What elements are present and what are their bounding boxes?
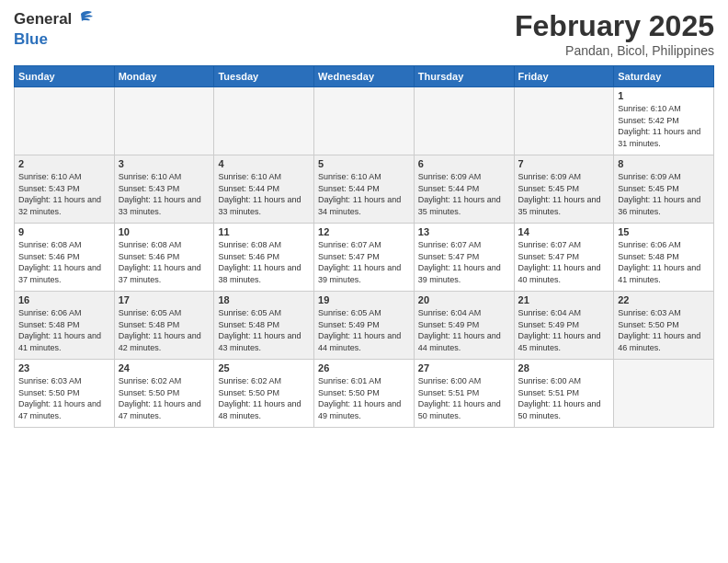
day-info: Sunrise: 6:08 AM Sunset: 5:46 PM Dayligh… (18, 239, 110, 285)
day-number: 6 (418, 158, 510, 169)
header-monday: Monday (114, 66, 214, 87)
day-number: 9 (18, 226, 110, 237)
calendar-cell: 7Sunrise: 6:09 AM Sunset: 5:45 PM Daylig… (514, 155, 614, 224)
day-info: Sunrise: 6:04 AM Sunset: 5:49 PM Dayligh… (418, 307, 510, 353)
calendar-cell: 13Sunrise: 6:07 AM Sunset: 5:47 PM Dayli… (414, 224, 514, 292)
day-info: Sunrise: 6:04 AM Sunset: 5:49 PM Dayligh… (518, 307, 610, 353)
calendar-cell (15, 87, 115, 155)
calendar-cell (214, 87, 314, 155)
calendar-week-5: 23Sunrise: 6:03 AM Sunset: 5:50 PM Dayli… (15, 360, 714, 428)
day-number: 21 (518, 294, 610, 305)
day-info: Sunrise: 6:06 AM Sunset: 5:48 PM Dayligh… (18, 307, 110, 353)
calendar-cell (114, 87, 214, 155)
header-friday: Friday (514, 66, 614, 87)
day-info: Sunrise: 6:00 AM Sunset: 5:51 PM Dayligh… (418, 375, 510, 421)
calendar-table: Sunday Monday Tuesday Wednesday Thursday… (14, 65, 714, 428)
day-info: Sunrise: 6:03 AM Sunset: 5:50 PM Dayligh… (18, 375, 110, 421)
day-info: Sunrise: 6:05 AM Sunset: 5:49 PM Dayligh… (318, 307, 410, 353)
day-number: 27 (418, 362, 510, 373)
logo-bird-icon (74, 9, 94, 28)
header: General Blue February 2025 Pandan, Bicol… (14, 9, 714, 58)
calendar-cell: 8Sunrise: 6:09 AM Sunset: 5:45 PM Daylig… (614, 155, 714, 224)
calendar-cell: 23Sunrise: 6:03 AM Sunset: 5:50 PM Dayli… (15, 360, 115, 428)
day-number: 10 (119, 226, 210, 237)
calendar-cell: 18Sunrise: 6:05 AM Sunset: 5:48 PM Dayli… (214, 292, 314, 360)
day-info: Sunrise: 6:10 AM Sunset: 5:44 PM Dayligh… (318, 171, 410, 217)
calendar-cell: 26Sunrise: 6:01 AM Sunset: 5:50 PM Dayli… (314, 360, 415, 428)
day-info: Sunrise: 6:09 AM Sunset: 5:45 PM Dayligh… (618, 171, 710, 217)
calendar-week-2: 2Sunrise: 6:10 AM Sunset: 5:43 PM Daylig… (15, 155, 714, 224)
day-number: 13 (418, 226, 510, 237)
calendar-cell: 20Sunrise: 6:04 AM Sunset: 5:49 PM Dayli… (414, 292, 514, 360)
calendar-cell: 16Sunrise: 6:06 AM Sunset: 5:48 PM Dayli… (15, 292, 115, 360)
day-number: 22 (618, 294, 710, 305)
day-info: Sunrise: 6:09 AM Sunset: 5:45 PM Dayligh… (518, 171, 610, 217)
day-info: Sunrise: 6:10 AM Sunset: 5:43 PM Dayligh… (18, 171, 110, 217)
day-number: 1 (618, 90, 710, 101)
day-number: 8 (618, 158, 710, 169)
logo-general-text: General (14, 11, 72, 29)
day-info: Sunrise: 6:03 AM Sunset: 5:50 PM Dayligh… (618, 307, 710, 353)
calendar-cell (414, 87, 514, 155)
calendar-cell: 11Sunrise: 6:08 AM Sunset: 5:46 PM Dayli… (214, 224, 314, 292)
calendar-week-4: 16Sunrise: 6:06 AM Sunset: 5:48 PM Dayli… (15, 292, 714, 360)
calendar-cell: 9Sunrise: 6:08 AM Sunset: 5:46 PM Daylig… (15, 224, 115, 292)
day-info: Sunrise: 6:09 AM Sunset: 5:44 PM Dayligh… (418, 171, 510, 217)
calendar-cell: 17Sunrise: 6:05 AM Sunset: 5:48 PM Dayli… (114, 292, 214, 360)
day-number: 20 (418, 294, 510, 305)
calendar-cell: 27Sunrise: 6:00 AM Sunset: 5:51 PM Dayli… (414, 360, 514, 428)
calendar-cell: 28Sunrise: 6:00 AM Sunset: 5:51 PM Dayli… (514, 360, 614, 428)
day-info: Sunrise: 6:06 AM Sunset: 5:48 PM Dayligh… (618, 239, 710, 285)
day-number: 3 (119, 158, 210, 169)
logo-blue-text: Blue (14, 31, 48, 49)
day-number: 15 (618, 226, 710, 237)
location: Pandan, Bicol, Philippines (515, 43, 714, 58)
page-container: General Blue February 2025 Pandan, Bicol… (0, 0, 728, 563)
day-number: 2 (18, 158, 110, 169)
header-thursday: Thursday (414, 66, 514, 87)
calendar-week-1: 1Sunrise: 6:10 AM Sunset: 5:42 PM Daylig… (15, 87, 714, 155)
day-info: Sunrise: 6:07 AM Sunset: 5:47 PM Dayligh… (418, 239, 510, 285)
day-number: 14 (518, 226, 610, 237)
day-info: Sunrise: 6:07 AM Sunset: 5:47 PM Dayligh… (318, 239, 410, 285)
title-section: February 2025 Pandan, Bicol, Philippines (515, 9, 714, 58)
day-number: 25 (218, 362, 310, 373)
calendar-cell: 2Sunrise: 6:10 AM Sunset: 5:43 PM Daylig… (15, 155, 115, 224)
calendar-cell: 12Sunrise: 6:07 AM Sunset: 5:47 PM Dayli… (314, 224, 415, 292)
calendar-cell: 19Sunrise: 6:05 AM Sunset: 5:49 PM Dayli… (314, 292, 415, 360)
day-number: 5 (318, 158, 410, 169)
calendar-cell: 4Sunrise: 6:10 AM Sunset: 5:44 PM Daylig… (214, 155, 314, 224)
day-number: 16 (18, 294, 110, 305)
day-number: 17 (119, 294, 210, 305)
month-title: February 2025 (515, 9, 714, 43)
day-number: 12 (318, 226, 410, 237)
day-number: 11 (218, 226, 310, 237)
calendar-week-3: 9Sunrise: 6:08 AM Sunset: 5:46 PM Daylig… (15, 224, 714, 292)
day-info: Sunrise: 6:10 AM Sunset: 5:42 PM Dayligh… (618, 103, 710, 149)
day-number: 26 (318, 362, 410, 373)
header-saturday: Saturday (614, 66, 714, 87)
header-tuesday: Tuesday (214, 66, 314, 87)
day-number: 23 (18, 362, 110, 373)
calendar-cell: 21Sunrise: 6:04 AM Sunset: 5:49 PM Dayli… (514, 292, 614, 360)
calendar-cell (314, 87, 415, 155)
calendar-cell (614, 360, 714, 428)
day-info: Sunrise: 6:10 AM Sunset: 5:44 PM Dayligh… (218, 171, 310, 217)
day-info: Sunrise: 6:01 AM Sunset: 5:50 PM Dayligh… (318, 375, 410, 421)
calendar-cell: 14Sunrise: 6:07 AM Sunset: 5:47 PM Dayli… (514, 224, 614, 292)
calendar-cell: 22Sunrise: 6:03 AM Sunset: 5:50 PM Dayli… (614, 292, 714, 360)
day-info: Sunrise: 6:02 AM Sunset: 5:50 PM Dayligh… (218, 375, 310, 421)
day-number: 19 (318, 294, 410, 305)
day-info: Sunrise: 6:08 AM Sunset: 5:46 PM Dayligh… (218, 239, 310, 285)
calendar-cell: 5Sunrise: 6:10 AM Sunset: 5:44 PM Daylig… (314, 155, 415, 224)
header-wednesday: Wednesday (314, 66, 415, 87)
day-info: Sunrise: 6:10 AM Sunset: 5:43 PM Dayligh… (119, 171, 210, 217)
calendar-cell: 15Sunrise: 6:06 AM Sunset: 5:48 PM Dayli… (614, 224, 714, 292)
header-sunday: Sunday (15, 66, 115, 87)
calendar-header-row: Sunday Monday Tuesday Wednesday Thursday… (15, 66, 714, 87)
calendar-cell: 3Sunrise: 6:10 AM Sunset: 5:43 PM Daylig… (114, 155, 214, 224)
day-info: Sunrise: 6:02 AM Sunset: 5:50 PM Dayligh… (119, 375, 210, 421)
calendar-cell: 24Sunrise: 6:02 AM Sunset: 5:50 PM Dayli… (114, 360, 214, 428)
day-info: Sunrise: 6:05 AM Sunset: 5:48 PM Dayligh… (119, 307, 210, 353)
day-number: 28 (518, 362, 610, 373)
